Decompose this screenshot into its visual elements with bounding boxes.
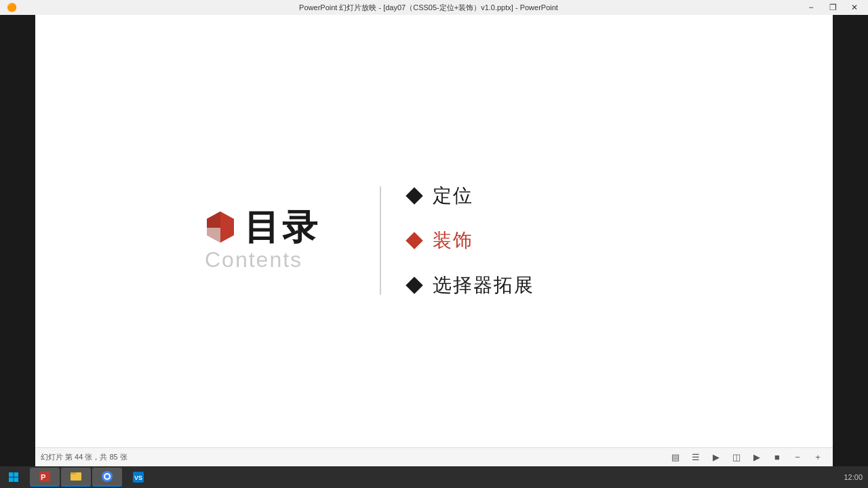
slide-left-section: 目录 Contents (203, 209, 353, 272)
diamond-icon-1 (406, 187, 422, 204)
menu-text-1: 定位 (433, 183, 473, 209)
svg-rect-4 (14, 472, 19, 477)
notes-view-btn[interactable]: ▤ (666, 449, 685, 466)
minimize-button[interactable]: − (800, 0, 822, 15)
menu-text-2: 装饰 (433, 228, 473, 253)
slideshow-view-btn[interactable]: ▶ (747, 449, 766, 466)
taskbar-chrome-btn[interactable] (92, 468, 122, 487)
slide-count: 幻灯片 第 44 张，共 85 张 (41, 452, 127, 462)
grid-view-btn[interactable]: ◫ (727, 449, 746, 466)
taskbar-explorer-btn[interactable] (61, 468, 91, 487)
svg-rect-5 (9, 478, 14, 483)
list-item: 装饰 (408, 228, 534, 253)
svg-rect-10 (71, 472, 76, 474)
taskbar-app-buttons: P VS (27, 468, 156, 487)
left-black-bar (0, 15, 35, 466)
svg-text:VS: VS (134, 474, 142, 481)
outline-view-btn[interactable]: ☰ (686, 449, 705, 466)
svg-point-13 (105, 474, 109, 479)
menu-text-3: 选择器拓展 (433, 272, 534, 298)
slide-inner: 目录 Contents 定位 装饰 选择器拓展 (203, 183, 665, 298)
slide-info: 幻灯片 第 44 张，共 85 张 (41, 452, 127, 462)
chrome-icon (100, 470, 114, 483)
tray-time: 12:00 (844, 473, 863, 481)
windows-logo-icon (8, 472, 19, 483)
start-button[interactable] (0, 466, 27, 488)
slide-title-sub: Contents (205, 247, 302, 272)
slide-title-main: 目录 (244, 209, 320, 245)
svg-marker-2 (207, 228, 220, 243)
view-controls[interactable]: ▤ ☰ ▶ ◫ ▶ ■ − + (666, 449, 827, 466)
window-title: PowerPoint 幻灯片放映 - [day07（CSS05-定位+装饰）v1… (57, 3, 800, 13)
svg-rect-6 (14, 478, 19, 483)
presenter-view-btn[interactable]: ■ (768, 449, 787, 466)
diamond-icon-2 (406, 232, 422, 249)
powerpoint-icon: P (38, 470, 52, 483)
windows-taskbar: P VS 12:00 (0, 466, 868, 488)
system-tray: 12:00 (838, 473, 868, 481)
taskbar-vscode-btn[interactable]: VS (123, 468, 153, 487)
list-item: 选择器拓展 (408, 272, 534, 298)
vscode-icon: VS (132, 470, 145, 484)
hex-logo-icon (203, 210, 237, 244)
zoom-in-btn[interactable]: + (808, 449, 827, 466)
status-bar: 幻灯片 第 44 张，共 85 张 ▤ ☰ ▶ ◫ ▶ ■ − + (35, 447, 833, 466)
right-black-bar (833, 15, 868, 466)
titlebar: 🟠 PowerPoint 幻灯片放映 - [day07（CSS05-定位+装饰）… (0, 0, 868, 15)
list-item: 定位 (408, 183, 534, 209)
logo-title-row: 目录 (203, 209, 320, 245)
svg-marker-1 (207, 211, 220, 228)
section-divider (380, 186, 381, 295)
taskbar-powerpoint-btn[interactable]: P (30, 468, 60, 487)
restore-button[interactable]: ❐ (822, 0, 844, 15)
window-controls: − ❐ ✕ (800, 0, 865, 15)
zoom-out-btn[interactable]: − (788, 449, 807, 466)
slide-view-btn[interactable]: ▶ (707, 449, 726, 466)
slide-container: 目录 Contents 定位 装饰 选择器拓展 (35, 15, 833, 466)
close-button[interactable]: ✕ (844, 0, 865, 15)
svg-text:P: P (41, 473, 45, 481)
svg-rect-3 (9, 472, 14, 477)
slide-content: 目录 Contents 定位 装饰 选择器拓展 (35, 15, 833, 466)
diamond-icon-3 (406, 277, 422, 293)
explorer-icon (69, 470, 83, 483)
slide-right-section: 定位 装饰 选择器拓展 (408, 183, 534, 298)
